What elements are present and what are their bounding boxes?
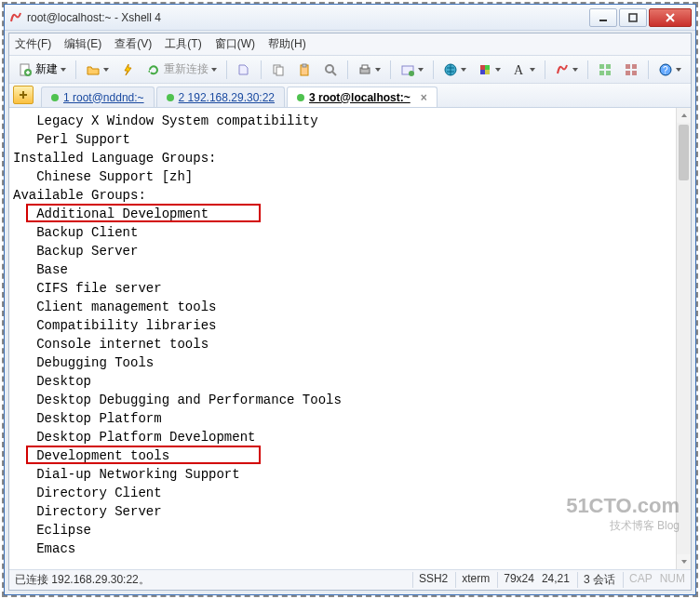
- titlebar[interactable]: root@localhost:~ - Xshell 4: [5, 5, 695, 31]
- dropdown-arrow-icon: [418, 68, 424, 72]
- dropdown-arrow-icon: [61, 68, 66, 72]
- open-button[interactable]: [81, 59, 114, 81]
- grid2-button[interactable]: [619, 59, 643, 81]
- session-tab-2[interactable]: 2 192.168.29.30:22: [156, 87, 285, 107]
- dropdown-arrow-icon: [461, 68, 466, 72]
- status-num: NUM: [660, 572, 685, 588]
- minimize-button[interactable]: [589, 8, 617, 27]
- svg-text:?: ?: [663, 65, 668, 75]
- status-dot-icon: [167, 94, 174, 101]
- window-title: root@localhost:~ - Xshell 4: [27, 11, 587, 24]
- help-button[interactable]: ?: [653, 59, 686, 81]
- terminal-line: Desktop Platform Development: [13, 428, 691, 446]
- paste-icon: [297, 62, 312, 77]
- print-button[interactable]: [353, 59, 385, 81]
- scroll-thumb[interactable]: [679, 125, 689, 180]
- font-button[interactable]: A: [507, 59, 540, 81]
- tab-label: 1 root@nddnd:~: [63, 91, 144, 104]
- dropdown-arrow-icon: [375, 68, 381, 72]
- menu-window[interactable]: 窗口(W): [215, 36, 255, 52]
- svg-point-12: [326, 65, 333, 73]
- terminal-line: Additional Development: [13, 205, 691, 223]
- svg-rect-22: [485, 70, 490, 74]
- profile-icon: [236, 62, 251, 77]
- scroll-up-icon[interactable]: [677, 108, 691, 123]
- terminal-line: Perl Support: [13, 130, 691, 149]
- properties-button[interactable]: [396, 59, 428, 81]
- svg-rect-25: [606, 64, 611, 69]
- close-button[interactable]: [649, 8, 692, 27]
- status-dot-icon: [51, 94, 59, 101]
- script-button[interactable]: [550, 59, 583, 81]
- terminal-line: CIFS file server: [13, 279, 691, 298]
- menu-edit[interactable]: 编辑(E): [64, 36, 101, 52]
- session-tab-3[interactable]: 3 root@localhost:~ ×: [287, 87, 438, 107]
- svg-rect-30: [626, 71, 630, 75]
- script-icon: [555, 62, 570, 77]
- reconnect-dd-button[interactable]: 重新连接: [141, 59, 222, 81]
- svg-rect-29: [632, 64, 637, 69]
- maximize-button[interactable]: [619, 8, 647, 27]
- svg-rect-11: [303, 64, 306, 67]
- svg-rect-15: [362, 65, 368, 69]
- dropdown-arrow-icon: [495, 68, 501, 72]
- svg-text:A: A: [514, 63, 524, 77]
- svg-rect-1: [629, 14, 637, 21]
- menu-view[interactable]: 查看(V): [114, 36, 152, 52]
- app-icon: [8, 10, 23, 25]
- reconnect-button[interactable]: [115, 59, 140, 81]
- dropdown-arrow-icon: [211, 68, 217, 72]
- menu-help[interactable]: 帮助(H): [268, 36, 306, 52]
- menu-tools[interactable]: 工具(T): [165, 36, 201, 52]
- paste-button[interactable]: [292, 59, 316, 81]
- new-tab-button[interactable]: [13, 86, 34, 104]
- lightning-icon: [120, 62, 135, 77]
- menu-file[interactable]: 文件(F): [15, 36, 51, 52]
- new-file-icon: [18, 62, 33, 77]
- terminal-line: Compatibility libraries: [13, 316, 691, 335]
- svg-rect-24: [599, 64, 604, 69]
- dropdown-arrow-icon: [676, 68, 681, 72]
- palette-icon: [478, 62, 492, 77]
- terminal-line: Chinese Support [zh]: [13, 167, 691, 186]
- new-button[interactable]: 新建: [13, 59, 71, 81]
- refresh-icon: [146, 62, 161, 77]
- tab-label: 2 192.168.29.30:22: [179, 91, 275, 104]
- color-button[interactable]: [473, 59, 505, 81]
- app-window: root@localhost:~ - Xshell 4 文件(F) 编辑(E) …: [4, 4, 696, 595]
- terminal[interactable]: Legacy X Window System compatibility Per…: [9, 108, 691, 569]
- dropdown-arrow-icon: [572, 68, 578, 72]
- printer-icon: [357, 62, 372, 77]
- scroll-down-icon[interactable]: [677, 554, 691, 569]
- dropdown-arrow-icon: [103, 68, 109, 72]
- terminal-line: Debugging Tools: [13, 353, 691, 372]
- grid1-button[interactable]: [593, 59, 617, 81]
- globe-button[interactable]: [438, 59, 471, 81]
- font-icon: A: [512, 62, 527, 77]
- status-caps: CAP: [623, 572, 653, 588]
- profile-button[interactable]: [232, 59, 256, 81]
- status-pos: 24,21: [542, 572, 570, 588]
- svg-rect-28: [626, 64, 630, 69]
- grid-icon: [598, 62, 612, 77]
- terminal-line: Eclipse: [13, 521, 691, 539]
- session-tab-1[interactable]: 1 root@nddnd:~: [41, 87, 155, 107]
- search-icon: [323, 62, 338, 77]
- terminal-line: Desktop Debugging and Performance Tools: [13, 391, 691, 409]
- svg-rect-26: [599, 71, 604, 75]
- copy-button[interactable]: [266, 59, 290, 81]
- statusbar: 已连接 192.168.29.30:22。 SSH2 xterm 79x24 2…: [9, 569, 691, 590]
- find-button[interactable]: [318, 59, 343, 81]
- new-button-label: 新建: [35, 61, 58, 77]
- svg-rect-19: [480, 65, 485, 70]
- terminal-line: Client management tools: [13, 298, 691, 316]
- svg-rect-21: [480, 70, 485, 74]
- scrollbar[interactable]: [676, 108, 691, 569]
- folder-open-icon: [86, 62, 101, 77]
- tab-close-icon[interactable]: ×: [421, 91, 427, 104]
- terminal-line: Directory Client: [13, 484, 691, 502]
- svg-rect-20: [485, 65, 490, 70]
- grid-alt-icon: [624, 62, 639, 77]
- svg-rect-27: [606, 71, 611, 75]
- dropdown-arrow-icon: [530, 68, 535, 72]
